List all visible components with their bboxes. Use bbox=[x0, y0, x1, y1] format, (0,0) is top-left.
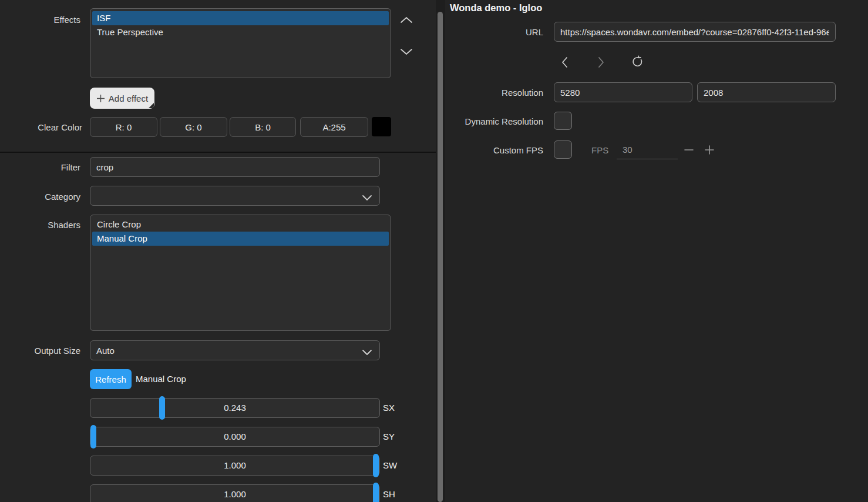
resolution-width-input[interactable] bbox=[554, 82, 692, 102]
resolution-label: Resolution bbox=[445, 88, 543, 98]
sx-slider-value: 0.243 bbox=[90, 399, 379, 417]
fps-input[interactable] bbox=[617, 140, 678, 159]
clear-color-r-field[interactable]: R: 0 bbox=[90, 117, 157, 137]
chevron-down-icon bbox=[399, 49, 414, 58]
sx-slider-label: SX bbox=[383, 403, 395, 413]
clear-color-label: Clear Color bbox=[0, 122, 82, 132]
custom-fps-checkbox[interactable] bbox=[554, 140, 572, 159]
browser-forward-button[interactable] bbox=[595, 56, 607, 71]
chevron-left-icon bbox=[559, 62, 571, 71]
browser-reload-button[interactable] bbox=[631, 55, 644, 70]
sw-slider[interactable]: 1.000 bbox=[90, 456, 380, 476]
effects-list-item[interactable]: True Perspective bbox=[92, 25, 389, 39]
effects-list-item[interactable]: ISF bbox=[92, 11, 389, 25]
vertical-scrollbar[interactable] bbox=[436, 0, 445, 502]
resolution-height-input[interactable] bbox=[697, 82, 836, 102]
sw-slider-label: SW bbox=[383, 460, 397, 470]
move-effect-up-button[interactable] bbox=[399, 15, 414, 26]
dynamic-resolution-checkbox[interactable] bbox=[554, 112, 572, 130]
sh-slider-label: SH bbox=[383, 489, 395, 499]
browser-back-button[interactable] bbox=[559, 56, 571, 71]
effects-listbox: ISF True Perspective bbox=[90, 8, 391, 78]
sx-slider[interactable]: 0.243 bbox=[90, 398, 380, 418]
sw-slider-thumb[interactable] bbox=[373, 454, 379, 477]
refresh-shader-button[interactable]: Refresh bbox=[90, 369, 132, 389]
sy-slider-label: SY bbox=[383, 431, 395, 441]
category-dropdown[interactable] bbox=[90, 186, 380, 206]
chevron-up-icon bbox=[399, 18, 414, 26]
section-divider bbox=[0, 152, 436, 153]
clear-color-g-field[interactable]: G: 0 bbox=[160, 117, 227, 137]
sy-slider-value: 0.000 bbox=[90, 427, 379, 446]
plus-icon bbox=[96, 94, 105, 103]
add-effect-button[interactable]: Add effect bbox=[90, 88, 154, 109]
shaders-list-item[interactable]: Circle Crop bbox=[92, 217, 389, 232]
sy-slider[interactable]: 0.000 bbox=[90, 427, 380, 447]
sy-slider-thumb[interactable] bbox=[90, 425, 96, 449]
clear-color-a-field[interactable]: A:255 bbox=[300, 117, 368, 137]
add-effect-label: Add effect bbox=[109, 93, 148, 103]
reload-icon bbox=[631, 61, 644, 70]
fps-increment-button[interactable] bbox=[704, 145, 715, 156]
effects-label: Effects bbox=[0, 15, 80, 25]
plus-icon bbox=[704, 148, 715, 156]
filter-input[interactable] bbox=[90, 157, 380, 177]
url-label: URL bbox=[445, 27, 543, 37]
output-size-value: Auto bbox=[96, 346, 115, 356]
chevron-down-icon bbox=[362, 193, 372, 203]
output-size-label: Output Size bbox=[0, 346, 80, 356]
move-effect-down-button[interactable] bbox=[399, 46, 414, 58]
category-label: Category bbox=[0, 192, 80, 202]
shaders-listbox: Circle Crop Manual Crop bbox=[90, 215, 391, 331]
source-title: Wonda demo - Igloo bbox=[450, 2, 542, 14]
source-settings-panel: Wonda demo - Igloo URL Resolution Dynami… bbox=[445, 0, 868, 502]
active-shader-name: Manual Crop bbox=[136, 374, 186, 384]
clear-color-b-field[interactable]: B: 0 bbox=[230, 117, 296, 137]
effects-panel: Effects ISF True Perspective Add effect … bbox=[0, 0, 436, 502]
output-size-dropdown[interactable]: Auto bbox=[90, 340, 380, 360]
chevron-down-icon bbox=[362, 347, 372, 357]
filter-label: Filter bbox=[0, 162, 80, 172]
url-input[interactable] bbox=[554, 22, 836, 42]
dynamic-resolution-label: Dynamic Resolution bbox=[445, 116, 543, 126]
fps-label: FPS bbox=[591, 145, 608, 155]
menu-corner-triangle-icon bbox=[149, 103, 154, 108]
fps-decrement-button[interactable] bbox=[684, 145, 694, 156]
sx-slider-thumb[interactable] bbox=[159, 396, 165, 420]
clear-color-swatch[interactable] bbox=[372, 117, 391, 136]
shaders-label: Shaders bbox=[0, 220, 80, 230]
sh-slider[interactable]: 1.000 bbox=[90, 484, 380, 502]
custom-fps-label: Custom FPS bbox=[445, 145, 543, 155]
sh-slider-value: 1.000 bbox=[90, 485, 379, 502]
minus-icon bbox=[684, 148, 694, 156]
sw-slider-value: 1.000 bbox=[90, 456, 379, 475]
sh-slider-thumb[interactable] bbox=[373, 483, 379, 502]
chevron-right-icon bbox=[595, 62, 607, 71]
shaders-list-item[interactable]: Manual Crop bbox=[92, 232, 389, 246]
scrollbar-thumb[interactable] bbox=[438, 12, 443, 502]
